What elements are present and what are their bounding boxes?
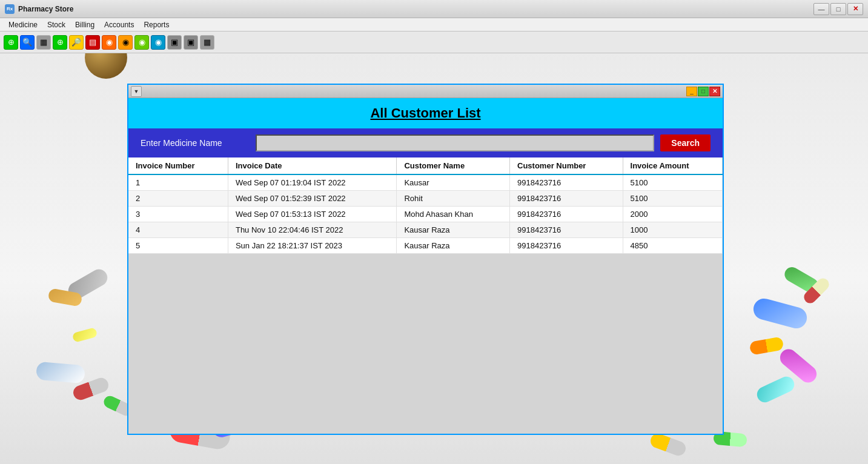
dialog-title: All Customer List	[138, 105, 713, 121]
maximize-button[interactable]: □	[830, 3, 846, 15]
toolbar-btn-2[interactable]: 🔍	[20, 35, 35, 50]
search-button[interactable]: Search	[660, 134, 711, 151]
toolbar-btn-13[interactable]: ▦	[200, 35, 214, 50]
cell-invoice-number: 5	[128, 238, 228, 254]
col-invoice-date: Invoice Date	[228, 157, 396, 174]
dialog-window: ▼ _ □ ✕ All Customer List Enter Medicine…	[127, 84, 724, 435]
menu-reports[interactable]: Reports	[139, 19, 174, 30]
menu-stock[interactable]: Stock	[42, 19, 70, 30]
cell-invoice-date: Wed Sep 07 01:19:04 IST 2022	[228, 174, 396, 191]
table-row[interactable]: 1 Wed Sep 07 01:19:04 IST 2022 Kausar 99…	[128, 174, 723, 191]
cell-customer-name: Kausar Raza	[397, 222, 510, 238]
cell-invoice-date: Wed Sep 07 01:53:13 IST 2022	[228, 207, 396, 222]
dialog-close-button[interactable]: ✕	[709, 87, 720, 96]
toolbar-btn-12[interactable]: ▣	[184, 35, 198, 50]
title-bar: Rx Pharmacy Store — □ ✕	[0, 0, 868, 18]
menu-accounts[interactable]: Accounts	[99, 19, 139, 30]
toolbar-btn-3[interactable]: ▦	[36, 35, 51, 50]
toolbar-btn-6[interactable]: ▤	[85, 35, 100, 50]
minimize-button[interactable]: —	[813, 3, 829, 15]
customer-table-container: Invoice Number Invoice Date Customer Nam…	[128, 157, 723, 434]
cell-customer-name: Kausar	[397, 174, 510, 191]
cell-invoice-amount: 5100	[623, 191, 722, 207]
cell-invoice-number: 3	[128, 207, 228, 222]
app-icon: Rx	[5, 4, 15, 14]
dialog-title-bar: ▼ _ □ ✕	[128, 85, 723, 98]
table-row[interactable]: 5 Sun Jan 22 18:21:37 IST 2023 Kausar Ra…	[128, 238, 723, 254]
cell-invoice-amount: 4850	[623, 238, 722, 254]
table-header-row: Invoice Number Invoice Date Customer Nam…	[128, 157, 723, 174]
col-customer-number: Customer Number	[510, 157, 623, 174]
cell-invoice-number: 4	[128, 222, 228, 238]
col-invoice-amount: Invoice Amount	[623, 157, 722, 174]
cell-customer-number: 9918423716	[510, 191, 623, 207]
cell-customer-number: 9918423716	[510, 207, 623, 222]
app-title: Pharmacy Store	[18, 5, 813, 13]
dialog-minimize-button[interactable]: _	[686, 87, 697, 96]
menu-billing[interactable]: Billing	[70, 19, 99, 30]
table-row[interactable]: 3 Wed Sep 07 01:53:13 IST 2022 Mohd Ahas…	[128, 207, 723, 222]
close-button[interactable]: ✕	[847, 3, 863, 15]
search-bar: Enter Medicine Name Search	[128, 128, 723, 157]
cell-invoice-amount: 1000	[623, 222, 722, 238]
cell-invoice-amount: 5100	[623, 174, 722, 191]
toolbar-btn-11[interactable]: ▣	[167, 35, 182, 50]
toolbar-btn-9[interactable]: ◉	[134, 35, 149, 50]
dialog-header: All Customer List	[128, 98, 723, 128]
toolbar-btn-4[interactable]: ⊕	[53, 35, 67, 50]
table-row[interactable]: 4 Thu Nov 10 22:04:46 IST 2022 Kausar Ra…	[128, 222, 723, 238]
toolbar-btn-5[interactable]: 🔎	[69, 35, 84, 50]
toolbar: ⊕ 🔍 ▦ ⊕ 🔎 ▤ ◉ ◉ ◉ ◉ ▣ ▣ ▦	[0, 31, 868, 53]
cell-customer-name: Mohd Ahasan Khan	[397, 207, 510, 222]
toolbar-btn-7[interactable]: ◉	[102, 35, 116, 50]
window-controls: — □ ✕	[813, 3, 863, 15]
dialog-maximize-button[interactable]: □	[698, 87, 709, 96]
col-customer-name: Customer Name	[397, 157, 510, 174]
cell-invoice-date: Sun Jan 22 18:21:37 IST 2023	[228, 238, 396, 254]
cell-customer-name: Kausar Raza	[397, 238, 510, 254]
cell-customer-number: 9918423716	[510, 222, 623, 238]
menu-medicine[interactable]: Medicine	[4, 19, 42, 30]
cell-invoice-date: Wed Sep 07 01:52:39 IST 2022	[228, 191, 396, 207]
cell-invoice-number: 1	[128, 174, 228, 191]
customer-table: Invoice Number Invoice Date Customer Nam…	[128, 157, 723, 254]
cell-invoice-amount: 2000	[623, 207, 722, 222]
col-invoice-number: Invoice Number	[128, 157, 228, 174]
toolbar-btn-1[interactable]: ⊕	[4, 35, 18, 50]
menu-bar: Medicine Stock Billing Accounts Reports	[0, 18, 868, 31]
cell-invoice-date: Thu Nov 10 22:04:46 IST 2022	[228, 222, 396, 238]
dialog-controls: _ □ ✕	[686, 87, 720, 96]
table-row[interactable]: 2 Wed Sep 07 01:52:39 IST 2022 Rohit 991…	[128, 191, 723, 207]
medicine-search-input[interactable]	[256, 134, 654, 151]
search-label: Enter Medicine Name	[141, 138, 250, 148]
toolbar-btn-8[interactable]: ◉	[118, 35, 133, 50]
cell-invoice-number: 2	[128, 191, 228, 207]
cell-customer-number: 9918423716	[510, 238, 623, 254]
toolbar-btn-10[interactable]: ◉	[151, 35, 165, 50]
cell-customer-number: 9918423716	[510, 174, 623, 191]
dialog-menu-arrow[interactable]: ▼	[131, 86, 142, 97]
cell-customer-name: Rohit	[397, 191, 510, 207]
